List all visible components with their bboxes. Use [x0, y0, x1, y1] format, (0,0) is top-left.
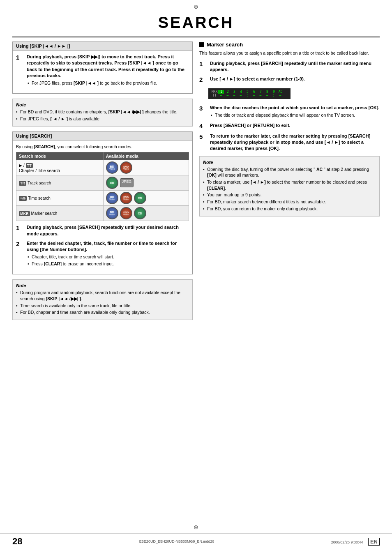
marker-mode-icon: MKR Marker search [19, 211, 57, 216]
search-section: Using [SEARCH] By using [SEARCH], you ca… [12, 131, 193, 275]
bd-video-badge-1: BDVideo [106, 161, 118, 174]
table-cell-chapter-media: BDVideo DVDVideo [103, 160, 189, 175]
marker-step-3: 3 When the disc reaches the point at whi… [199, 105, 380, 119]
skip-note-content: For BD and DVD, if title contains no cha… [16, 109, 189, 122]
search-note-item-2: Time search is available only in the sam… [16, 303, 189, 309]
marker-step-2: 2 Use [◄ / ►] to select a marker number … [199, 76, 380, 83]
search-mode-table: Search mode Available media ▶ / [16, 152, 189, 221]
marker-media-badges: BDVideo DVDVideo CD [106, 207, 186, 219]
footer-file: E5E20UD_E5H20UD-NB500MG9_EN.indd28 [139, 539, 214, 543]
mkr-label: MKR [212, 90, 217, 94]
marker-title-text: Marker search [207, 41, 243, 48]
marker-step-3-bullet-1: The title or track and elapsed playback … [210, 112, 380, 118]
mkr-row-1: MKR 1 2 3 4 5 6 7 8 9 AC [212, 90, 287, 94]
mkr-badge: MKR [19, 211, 30, 216]
skip-step-1-bullet-1: For JPEG files, press [SKIP |◄◄ ] to go … [27, 80, 189, 86]
skip-note-box: Note For BD and DVD, if title contains n… [12, 99, 193, 126]
search-note-item-1: During program and random playback, sear… [16, 290, 189, 302]
time-media-badges: BDVideo DVDVideo CD [106, 192, 186, 204]
content-area: Using [SKIP |◄◄ / ►► |] 1 During playbac… [0, 41, 392, 325]
skip-note-item-1: For BD and DVD, if title contains no cha… [16, 109, 189, 115]
black-square-icon [199, 42, 204, 47]
marker-note-list: Opening the disc tray, turning off the p… [203, 166, 376, 212]
tt-cell-4: — [238, 94, 244, 97]
mkr-cell-ac: AC [277, 90, 283, 94]
marker-intro: This feature allows you to assign a spec… [199, 50, 380, 56]
bd-video-badge-3: BDVideo [106, 207, 118, 219]
language-label: EN [368, 538, 380, 546]
mkr-cell-8: 8 [264, 90, 270, 94]
marker-note-content: Opening the disc tray, turning off the p… [203, 166, 376, 212]
track-media-badges: CD JPEG [106, 177, 186, 189]
marker-note-box: Note Opening the disc tray, turning off … [199, 156, 380, 216]
page-title: SEARCH [12, 11, 380, 37]
chapter-title-label: Chapter / Title search [19, 168, 60, 173]
cd-badge-1: CD [106, 177, 118, 189]
mkr-cell-1: 1 [218, 90, 224, 94]
skip-step-1-bullets: For JPEG files, press [SKIP |◄◄ ] to go … [27, 79, 189, 86]
search-section-content: By using [SEARCH], you can select follow… [13, 140, 192, 274]
marker-step-4: 4 Press [SEARCH] or [RETURN] to exit. [199, 122, 380, 130]
table-cell-time-mode: ≡◎ Time search [16, 191, 104, 206]
search-step-1-text: During playback, press [SEARCH] repeated… [27, 224, 189, 237]
time-mode-icon: ≡◎ Time search [19, 196, 51, 201]
search-step-2-text: Enter the desired chapter, title, track,… [27, 240, 189, 267]
marker-note-item-3: You can mark up to 9 points. [203, 192, 376, 198]
mkr-display: MKR 1 2 3 4 5 6 7 8 9 AC TT — [208, 88, 291, 99]
table-cell-chapter-mode: ▶ / TT Chapter / Title search [16, 160, 104, 175]
marker-step-5-text: To return to the marker later, call the … [210, 133, 380, 152]
table-cell-track-media: CD JPEG [103, 175, 189, 191]
skip-section-content: 1 During playback, press [SKIP ▶▶|] to m… [13, 51, 192, 93]
track-mode-icon: TR Track search [19, 181, 51, 186]
table-cell-marker-media: BDVideo DVDVideo CD [103, 206, 189, 221]
table-row-marker: MKR Marker search BDVideo [16, 206, 189, 221]
search-section-title: Using [SEARCH] [16, 134, 52, 138]
bottom-crosshair: ⊕ [0, 524, 392, 530]
footer-date: 2008/02/25 9:30:44 [331, 540, 363, 544]
bottom-crosshair-symbol: ⊕ [194, 524, 198, 530]
left-column: Using [SKIP |◄◄ / ►► |] 1 During playbac… [12, 41, 193, 325]
table-header-mode: Search mode [16, 152, 104, 160]
slash: / [23, 163, 25, 168]
table-cell-time-media: BDVideo DVDVideo CD [103, 191, 189, 206]
marker-note-item-2: To clear a marker, use [◄ / ►] to select… [203, 179, 376, 191]
mkr-cell-2: 2 [225, 90, 231, 94]
search-note-item-3: For BD, chapter and time search are avai… [16, 309, 189, 315]
cd-badge-2: CD [134, 192, 146, 204]
dvd-video-badge-1: DVDVideo [120, 161, 132, 174]
table-row-time: ≡◎ Time search BDVideo [16, 191, 189, 206]
skip-note-list: For BD and DVD, if title contains no cha… [16, 109, 189, 122]
top-crosshair: ⊕ [0, 0, 392, 11]
chapter-media-badges: BDVideo DVDVideo [106, 161, 186, 174]
marker-note-item-1: Opening the disc tray, turning off the p… [203, 166, 376, 178]
dvd-video-badge-3: DVDVideo [120, 207, 132, 219]
tt-badge: TT [26, 163, 33, 168]
mkr-cell-6: 6 [251, 90, 257, 94]
marker-section-title: Marker search [199, 41, 380, 48]
marker-step-1-text: During playback, press [SEARCH] repeated… [210, 60, 380, 73]
jpeg-badge-1: JPEG [120, 178, 134, 187]
mkr-cell-7: 7 [258, 90, 263, 94]
skip-step-1: 1 During playback, press [SKIP ▶▶|] to m… [16, 54, 189, 87]
search-step-2-num: 2 [16, 240, 25, 248]
footer-right: 2008/02/25 9:30:44 EN [331, 539, 380, 545]
tr-badge: TR [19, 181, 26, 186]
mkr-cell-3: 3 [231, 90, 237, 94]
table-row-track: TR Track search CD JPEG [16, 175, 189, 191]
tt-cell-sep2: : [271, 94, 277, 97]
bd-video-badge-2: BDVideo [106, 192, 118, 204]
tt-cell-5: — [251, 94, 257, 97]
marker-step-4-text: Press [SEARCH] or [RETURN] to exit. [210, 122, 380, 129]
search-step-2-bullets: Chapter, title, track or time search wil… [27, 253, 189, 267]
dvd-video-badge-2: DVDVideo [120, 192, 132, 204]
search-section-header: Using [SEARCH] [13, 132, 192, 140]
table-cell-track-mode: TR Track search [16, 175, 104, 191]
skip-section-title: Using [SKIP |◄◄ / ►► |] [16, 44, 70, 48]
search-step-2: 2 Enter the desired chapter, title, trac… [16, 240, 189, 267]
mkr-cell-4: 4 [238, 90, 244, 94]
cd-badge-3: CD [134, 207, 146, 219]
mkr-row-2: TT — — — — : — — — : — [212, 94, 287, 97]
skip-section-header: Using [SKIP |◄◄ / ►► |] [13, 42, 192, 51]
search-note-title: Note [16, 283, 189, 288]
marker-step-2-text: Use [◄ / ►] to select a marker number (1… [210, 76, 380, 82]
